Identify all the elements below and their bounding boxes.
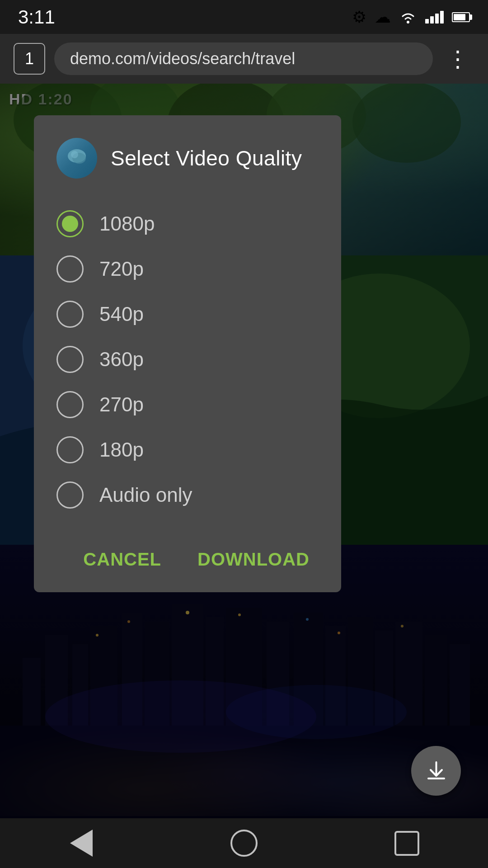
quality-dialog: Select Video Quality 1080p 720p 540p 360… — [34, 115, 341, 592]
browser-bar: 1 demo.com/videos/search/travel ⋮ — [0, 34, 488, 84]
nav-recents-button[interactable] — [389, 825, 425, 861]
label-540p: 540p — [99, 303, 144, 326]
option-720p[interactable]: 720p — [56, 246, 319, 292]
fab-download-button[interactable] — [411, 746, 461, 796]
back-icon — [70, 830, 93, 857]
dialog-title: Select Video Quality — [111, 146, 302, 170]
option-270p[interactable]: 270p — [56, 382, 319, 427]
label-270p: 270p — [99, 393, 144, 416]
option-360p[interactable]: 360p — [56, 337, 319, 382]
radio-270p[interactable] — [56, 391, 84, 418]
label-1080p: 1080p — [99, 212, 155, 235]
dialog-icon — [56, 138, 97, 179]
option-180p[interactable]: 180p — [56, 427, 319, 472]
svg-point-40 — [71, 151, 78, 158]
dialog-header: Select Video Quality — [56, 138, 319, 179]
dialog-buttons: CANCEL DOWNLOAD — [56, 536, 319, 574]
browser-menu-button[interactable]: ⋮ — [442, 46, 474, 72]
radio-1080p[interactable] — [56, 210, 84, 237]
status-time: 3:11 — [18, 6, 55, 28]
radio-720p[interactable] — [56, 255, 84, 283]
label-720p: 720p — [99, 258, 144, 280]
recents-icon — [394, 831, 419, 856]
label-180p: 180p — [99, 439, 144, 461]
settings-icon: ⚙ — [352, 8, 366, 27]
nav-home-button[interactable] — [226, 825, 262, 861]
wifi-icon — [399, 10, 417, 24]
cloud-icon: ☁ — [375, 8, 391, 27]
radio-180p[interactable] — [56, 436, 84, 463]
quality-options-list: 1080p 720p 540p 360p 270p 180p Audio onl… — [56, 201, 319, 518]
option-540p[interactable]: 540p — [56, 292, 319, 337]
status-bar: 3:11 ⚙ ☁ — [0, 0, 488, 34]
label-360p: 360p — [99, 348, 144, 371]
battery-icon — [452, 12, 470, 22]
radio-540p[interactable] — [56, 301, 84, 328]
tab-indicator[interactable]: 1 — [14, 43, 45, 75]
signal-icon — [425, 11, 444, 24]
nav-back-button[interactable] — [63, 825, 99, 861]
label-audio-only: Audio only — [99, 484, 192, 506]
option-1080p[interactable]: 1080p — [56, 201, 319, 246]
download-button[interactable]: DOWNLOAD — [188, 545, 319, 574]
status-icons: ⚙ ☁ — [352, 8, 470, 27]
nav-bar — [0, 818, 488, 868]
svg-point-0 — [407, 21, 409, 24]
home-icon — [230, 830, 258, 857]
option-audio-only[interactable]: Audio only — [56, 472, 319, 518]
download-icon — [424, 759, 449, 783]
url-bar[interactable]: demo.com/videos/search/travel — [54, 42, 433, 75]
radio-audio-only[interactable] — [56, 481, 84, 509]
radio-360p[interactable] — [56, 346, 84, 373]
url-text: demo.com/videos/search/travel — [70, 49, 295, 68]
cancel-button[interactable]: CANCEL — [74, 545, 170, 574]
